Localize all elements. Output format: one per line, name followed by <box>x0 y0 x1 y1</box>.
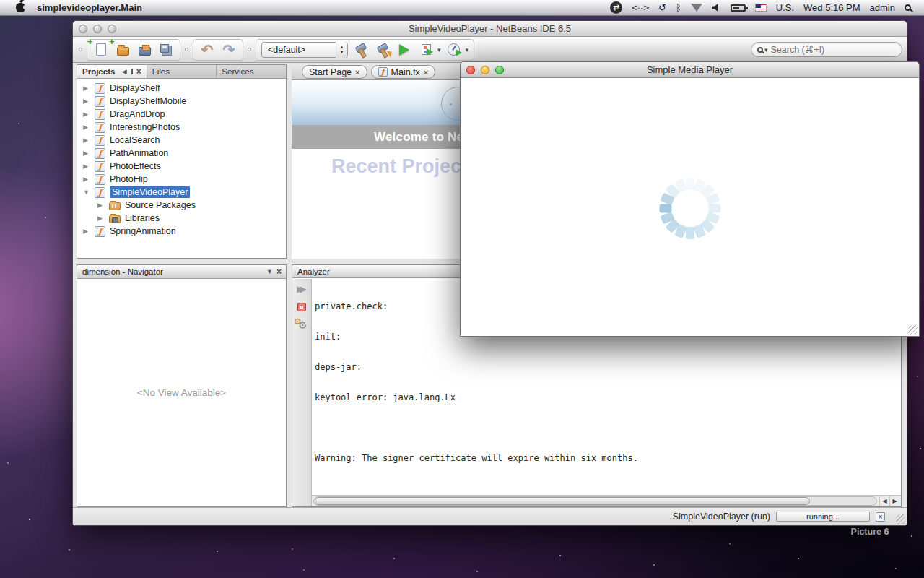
close-panel-icon[interactable]: × <box>136 68 141 75</box>
input-language-label[interactable]: U.S. <box>776 2 794 13</box>
tree-item[interactable]: ▶ƒPhotoEffects <box>77 160 286 173</box>
tree-item[interactable]: ▶ƒLocalSearch <box>77 134 286 147</box>
media-player-title-bar[interactable]: Simple Media Player <box>461 62 919 78</box>
spinner-segment <box>709 204 721 212</box>
tab-files[interactable]: Files <box>147 65 217 78</box>
close-tab-icon[interactable]: × <box>355 68 359 77</box>
spotlight-icon[interactable] <box>905 4 911 11</box>
configuration-combobox[interactable]: <default> ▲▼ <box>261 42 348 58</box>
tree-item-label: PathAnimation <box>110 148 168 158</box>
rerun-button[interactable]: ▶▶ <box>295 282 309 296</box>
tree-item[interactable]: ▶ƒDisplayShelf <box>77 82 286 95</box>
active-app-name[interactable]: simplevideoplayer.Main <box>37 2 142 13</box>
mini-run-icon <box>427 48 433 56</box>
minimize-panel-icon[interactable]: ▼ <box>266 268 273 275</box>
wifi-icon[interactable] <box>691 4 702 12</box>
battery-icon[interactable] <box>731 4 746 12</box>
new-project-button[interactable]: + <box>114 41 131 59</box>
tree-item-label: DragAndDrop <box>110 109 165 119</box>
tab-main-fx[interactable]: ƒ Main.fx × <box>371 65 436 79</box>
toolbar-grip[interactable] <box>185 48 188 51</box>
combo-stepper[interactable]: ▲▼ <box>336 42 347 58</box>
scrollbar-thumb[interactable] <box>315 497 810 505</box>
window-resize-grip[interactable] <box>896 514 905 524</box>
tab-projects[interactable]: Projects ◀× <box>77 65 147 78</box>
save-all-button[interactable] <box>157 41 175 59</box>
input-language-flag-icon[interactable] <box>755 4 767 12</box>
settings-button[interactable]: ⚙⚙ <box>295 319 309 332</box>
redo-button[interactable]: ↷ <box>220 41 237 59</box>
menu-bar: simplevideoplayer.Main ⇄ <··> ↺ ᛒ U.S. W… <box>0 0 924 16</box>
search-input[interactable] <box>771 45 896 55</box>
desktop-file-label[interactable]: Picture 6 <box>841 527 899 537</box>
fx-glyph: ƒ <box>98 150 102 158</box>
disclosure-triangle-icon[interactable]: ▶ <box>83 124 90 131</box>
tree-item[interactable]: ▶ƒDragAndDrop <box>77 108 286 121</box>
debug-project-button[interactable] <box>417 41 435 59</box>
netbeans-title-bar[interactable]: SimpleVideoPlayer - NetBeans IDE 6.5 <box>73 21 907 37</box>
tree-item[interactable]: ▶Source Packages <box>77 199 286 212</box>
tab-label: Main.fx <box>391 67 420 77</box>
sync-menu-icon[interactable]: ⇄ <box>610 1 622 14</box>
disclosure-triangle-icon[interactable]: ▶ <box>83 98 90 105</box>
debug-icon <box>422 44 431 55</box>
disclosure-triangle-icon[interactable]: ▶ <box>83 111 90 118</box>
build-project-button[interactable] <box>352 41 370 59</box>
menu-user[interactable]: admin <box>870 2 895 13</box>
scroll-right-icon[interactable]: ▶ <box>889 496 899 506</box>
tree-item-selected[interactable]: ▼ƒSimpleVideoPlayer <box>77 186 286 199</box>
apple-menu-icon[interactable] <box>16 3 25 12</box>
run-project-button[interactable] <box>396 41 413 59</box>
close-panel-icon[interactable]: × <box>276 268 282 275</box>
new-file-button[interactable]: + <box>92 41 110 59</box>
disclosure-triangle-icon[interactable]: ▶ <box>83 163 90 170</box>
tree-item[interactable]: ▶ƒDisplayShelfMobile <box>77 95 286 108</box>
toolbar-grip[interactable] <box>248 48 251 51</box>
search-scope-dropdown-icon[interactable]: ▾ <box>764 46 768 53</box>
window-resize-grip[interactable] <box>908 325 918 335</box>
quick-search-box[interactable]: ▾ <box>751 42 902 57</box>
open-project-button[interactable] <box>136 41 153 59</box>
navigator-header[interactable]: dimension - Navigator ▼× <box>77 265 286 279</box>
tree-item[interactable]: ▶ƒPathAnimation <box>77 147 286 160</box>
tree-item[interactable]: ▶Libraries <box>77 212 286 225</box>
script-menu-icon[interactable]: <··> <box>632 0 649 16</box>
tree-item[interactable]: ▶ƒSpringAnimation <box>77 225 286 238</box>
clean-build-button[interactable] <box>374 41 391 59</box>
scrollbar-track[interactable] <box>313 496 877 506</box>
tab-label: Services <box>222 67 253 76</box>
toolbar-grip[interactable] <box>79 48 82 51</box>
fx-glyph: ƒ <box>98 176 102 184</box>
cancel-task-icon[interactable]: × <box>876 512 885 522</box>
disclosure-triangle-icon[interactable]: ▶ <box>83 228 90 235</box>
menu-clock[interactable]: Wed 5:16 PM <box>803 2 860 13</box>
disclosure-triangle-icon[interactable]: ▶ <box>83 150 90 157</box>
horizontal-scrollbar[interactable]: ◀ ▶ <box>312 495 901 506</box>
tab-start-page[interactable]: Start Page × <box>302 65 367 79</box>
close-tab-icon[interactable]: × <box>424 68 428 77</box>
tree-item[interactable]: ▶ƒPhotoFlip <box>77 173 286 186</box>
profile-project-button[interactable] <box>445 41 463 59</box>
disclosure-triangle-icon[interactable]: ▶ <box>83 137 90 144</box>
debug-dropdown-icon[interactable]: ▾ <box>437 46 441 53</box>
disclosure-triangle-icon[interactable]: ▶ <box>83 85 90 92</box>
minimize-panel-icon[interactable]: ◀ <box>122 68 127 75</box>
javafx-project-icon: ƒ <box>95 187 105 198</box>
bluetooth-icon[interactable]: ᛒ <box>676 0 681 16</box>
scroll-left-icon[interactable]: ◀ <box>879 496 889 506</box>
disclosure-triangle-icon[interactable]: ▶ <box>97 215 105 222</box>
tree-item[interactable]: ▶ƒInterestingPhotos <box>77 121 286 134</box>
javafx-project-icon: ƒ <box>95 161 105 172</box>
output-line <box>315 423 901 433</box>
undo-button[interactable]: ↶ <box>199 41 216 59</box>
disclosure-triangle-icon[interactable]: ▶ <box>97 202 105 209</box>
tab-services[interactable]: Services <box>217 65 286 78</box>
volume-icon[interactable] <box>712 4 721 12</box>
profile-dropdown-icon[interactable]: ▾ <box>466 46 469 53</box>
javafx-project-icon: ƒ <box>95 83 105 94</box>
disclosure-triangle-icon[interactable]: ▼ <box>83 189 90 196</box>
javafx-project-icon: ƒ <box>95 109 105 120</box>
disclosure-triangle-icon[interactable]: ▶ <box>83 176 90 183</box>
stop-button[interactable] <box>295 301 309 314</box>
time-machine-icon[interactable]: ↺ <box>658 0 666 16</box>
